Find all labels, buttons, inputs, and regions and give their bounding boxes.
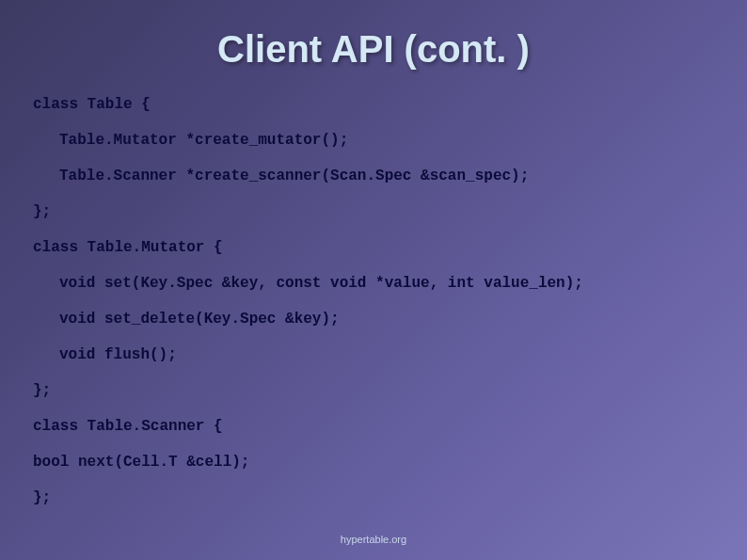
code-line: class Table.Scanner { (33, 419, 714, 434)
code-line: }; (33, 490, 714, 505)
code-block: class Table { Table.Mutator *create_muta… (33, 97, 714, 526)
code-line: }; (33, 383, 714, 398)
code-line: class Table { (33, 97, 714, 112)
code-line: void set_delete(Key.Spec &key); (33, 312, 714, 327)
slide-container: Client API (cont. ) class Table { Table.… (0, 0, 747, 560)
code-line: Table.Mutator *create_mutator(); (33, 133, 714, 148)
code-line: class Table.Mutator { (33, 240, 714, 255)
code-line: bool next(Cell.T &cell); (33, 455, 714, 470)
code-line: Table.Scanner *create_scanner(Scan.Spec … (33, 168, 714, 184)
code-line: void set(Key.Spec &key, const void *valu… (33, 276, 714, 291)
footer-text: hypertable.org (0, 534, 747, 545)
code-line: void flush(); (33, 347, 714, 362)
slide-title: Client API (cont. ) (33, 28, 714, 71)
code-line: }; (33, 204, 714, 219)
